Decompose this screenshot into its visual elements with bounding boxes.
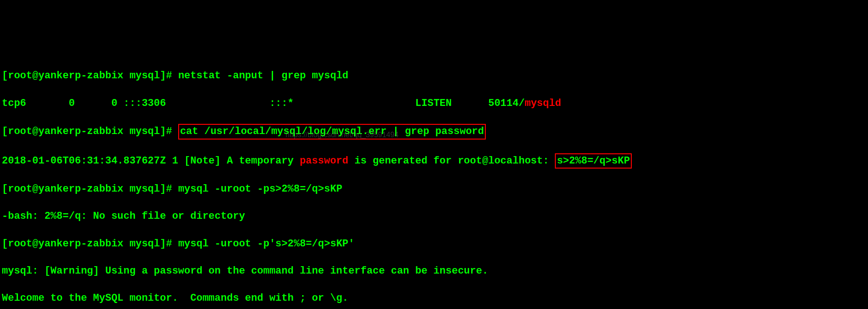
note-keyword-password: password bbox=[300, 155, 349, 167]
command-mysql-2: mysql -uroot -p's>2%8=/q>sKP' bbox=[178, 238, 355, 250]
command-mysql-1: mysql -uroot -ps>2%8=/q>sKP bbox=[178, 183, 342, 195]
bash-error: -bash: 2%8=/q: No such file or directory bbox=[2, 210, 866, 223]
netstat-local: :::3306 bbox=[123, 98, 166, 109]
netstat-pid: 50114/ bbox=[488, 98, 524, 109]
netstat-proto: tcp6 bbox=[2, 98, 26, 109]
netstat-state: LISTEN bbox=[415, 98, 452, 109]
mysql-warning: mysql: [Warning] Using a password on the… bbox=[2, 264, 866, 278]
netstat-process: mysqld bbox=[524, 98, 561, 109]
shell-prompt: [root@yankerp-zabbix mysql]# bbox=[2, 70, 178, 82]
netstat-foreign: :::* bbox=[269, 98, 294, 109]
note-prefix: 2018-01-06T06:31:34.837627Z 1 [Note] A t… bbox=[2, 155, 300, 167]
shell-prompt: [root@yankerp-zabbix mysql]# bbox=[2, 238, 178, 250]
highlighted-password: s>2%8=/q>sKP bbox=[555, 153, 631, 169]
note-suffix: is generated for root@localhost: bbox=[349, 155, 555, 167]
highlighted-command-cat: cat /usr/local/mysql/log/mysql.err | gre… bbox=[178, 124, 486, 140]
terminal-output: [root@yankerp-zabbix mysql]# netstat -an… bbox=[2, 56, 866, 309]
mysql-welcome-1: Welcome to the MySQL monitor. Commands e… bbox=[2, 292, 866, 305]
command-netstat: netstat -anput | grep mysqld bbox=[178, 70, 349, 82]
shell-prompt: [root@yankerp-zabbix mysql]# bbox=[2, 183, 178, 195]
shell-prompt: [root@yankerp-zabbix mysql]# bbox=[2, 126, 178, 137]
netstat-sendq: 0 bbox=[111, 98, 117, 109]
netstat-recvq: 0 bbox=[69, 98, 75, 109]
